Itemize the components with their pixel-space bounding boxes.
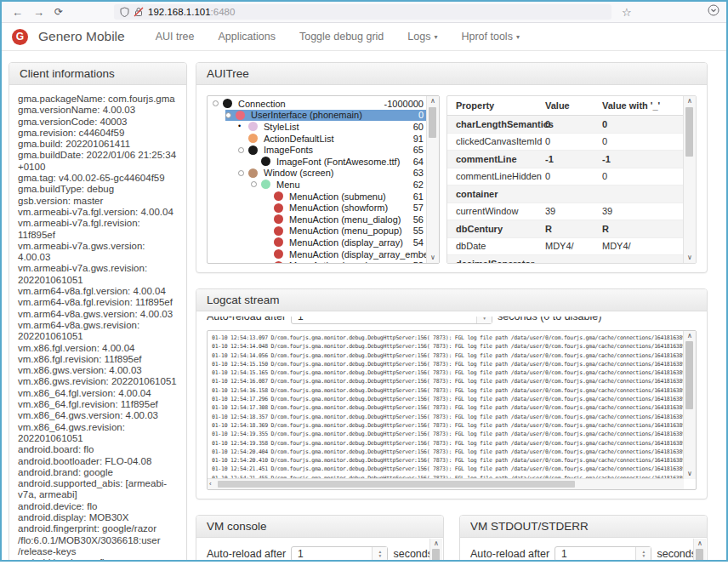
scroll-thumb[interactable]: [429, 107, 436, 138]
scroll-up-icon[interactable]: ∧: [684, 332, 696, 340]
property-scrollbar[interactable]: ∧ ∨: [683, 96, 696, 263]
brand-title[interactable]: Genero Mobile: [38, 29, 125, 44]
scroll-thumb[interactable]: [432, 549, 440, 560]
logcat-vscrollbar[interactable]: ∧ ∨: [683, 331, 696, 479]
property-value: R: [545, 224, 602, 234]
property-row: dbDateMDY4/MDY4/: [447, 238, 684, 256]
client-info-line: vm.arm64-v8a.fgl.revision: 11f895ef: [18, 297, 178, 308]
page-content: Client informations gma.packageName: com…: [2, 50, 726, 560]
client-info-line: vm.armeabi-v7a.fgl.revision: 11f895ef: [18, 218, 178, 241]
nav-item-logs[interactable]: Logs▾: [395, 23, 449, 50]
client-info-line: gma.packageName: com.fourjs.gma: [18, 94, 178, 105]
scroll-left-icon[interactable]: ‹: [209, 479, 212, 488]
node-type-icon: [248, 134, 258, 143]
property-row: decimalSeparator..: [447, 255, 684, 264]
log-line: 01-10 12:54:21.451 D/com.fourjs.gma.moni…: [212, 465, 683, 473]
client-info-line: vm.armeabi-v7a.gws.version: 4.00.03: [18, 241, 178, 264]
property-value: 0: [602, 136, 684, 146]
expand-toggle-icon[interactable]: [225, 112, 231, 118]
expand-toggle-icon[interactable]: [251, 181, 257, 187]
tree-node[interactable]: MenuAction (submenu)61: [208, 191, 427, 203]
tree-node[interactable]: •StyleList60: [208, 121, 427, 133]
log-line: 01-10 12:54:17.308 D/com.fourjs.gma.moni…: [212, 403, 683, 412]
nav-item-aui-tree[interactable]: AUI tree: [144, 23, 207, 50]
scroll-up-icon[interactable]: ∧: [694, 539, 706, 547]
client-info-line: gma.buildType: debug: [18, 184, 178, 195]
autoreload-input[interactable]: 1 ▴▾: [291, 546, 388, 560]
address-bar[interactable]: 192.168.1.101:6480: [114, 4, 611, 20]
shield-icon[interactable]: [120, 7, 129, 17]
client-info-line: vm.x86.gws.version: 4.00.03: [18, 365, 178, 376]
scroll-thumb[interactable]: [696, 549, 703, 560]
spinner-icons[interactable]: ▴▾: [476, 317, 492, 323]
vm-stdout-scrollbar[interactable]: ∧: [693, 539, 706, 560]
tree-node-id: 0: [413, 110, 424, 120]
tree-node[interactable]: MenuAction (menu_dialog)56: [208, 214, 427, 225]
tree-node[interactable]: Window (screen)63: [208, 168, 427, 180]
tree-node-label: StyleList: [264, 122, 299, 132]
expand-toggle-icon[interactable]: [213, 100, 219, 106]
property-value: 0: [545, 119, 602, 129]
nav-item-toggle-debug-grid[interactable]: Toggle debug grid: [287, 23, 395, 50]
app-navbar: G Genero Mobile AUI treeApplicationsTogg…: [2, 23, 726, 51]
forward-icon[interactable]: →: [33, 7, 44, 18]
client-info-line: vm.arm64-v8a.fgl.version: 4.00.04: [18, 286, 178, 297]
scroll-down-icon[interactable]: ∨: [427, 254, 439, 262]
spinner-icons[interactable]: ▴▾: [372, 547, 387, 560]
autoreload-input[interactable]: 1 ▴▾: [291, 317, 492, 324]
tree-node[interactable]: MenuAction (menu_popup)55: [208, 225, 427, 237]
tree-node[interactable]: Menu62: [208, 179, 427, 191]
tree-node[interactable]: ImageFont (FontAwesome.ttf)64: [208, 156, 427, 168]
property-row: commentLineHidden00: [447, 168, 684, 186]
back-icon[interactable]: ←: [12, 7, 23, 18]
scroll-thumb[interactable]: [218, 481, 575, 488]
reload-icon[interactable]: ⟳: [54, 7, 63, 17]
tree-node-label: MenuAction (array): [289, 260, 369, 263]
tree-node[interactable]: ImageFonts65: [208, 144, 427, 156]
scroll-thumb[interactable]: [685, 107, 693, 157]
nav-item-label: Logs: [407, 31, 430, 43]
nav-item-hprof-tools[interactable]: Hprof tools▾: [449, 23, 531, 50]
scroll-down-icon[interactable]: ∨: [684, 470, 696, 478]
log-line: 01-10 12:54:14.048 D/com.fourjs.gma.moni…: [212, 342, 683, 351]
tree-node[interactable]: MenuAction (display_array_embedded)53: [208, 248, 427, 260]
log-lines: 01-10 12:54:13.097 D/com.fourjs.gma.moni…: [212, 334, 683, 478]
nav-item-applications[interactable]: Applications: [207, 23, 287, 50]
logcat-hscrollbar[interactable]: ‹: [208, 478, 684, 489]
client-info-line: gma.versionName: 4.00.03: [18, 105, 178, 116]
tree-node[interactable]: Connection-1000000: [208, 98, 427, 110]
log-line: 01-10 12:54:18.369 D/com.fourjs.gma.moni…: [212, 421, 683, 430]
expand-toggle-icon[interactable]: [238, 170, 244, 176]
expand-toggle-icon[interactable]: [238, 147, 244, 153]
scroll-down-icon[interactable]: ∨: [684, 254, 696, 262]
tree-node-inner: Connection-1000000: [213, 98, 427, 110]
autoreload-input[interactable]: 1 ▴▾: [555, 546, 651, 560]
spinner-icons[interactable]: ▴▾: [635, 547, 651, 560]
tree-node[interactable]: MenuAction (showform)57: [208, 202, 427, 214]
aui-tree-title: AUITree: [196, 63, 707, 85]
scroll-up-icon[interactable]: ∧: [684, 97, 696, 106]
log-line: 01-10 12:54:14.056 D/com.fourjs.gma.moni…: [212, 351, 683, 360]
client-info-line: android.display: MOB30X: [18, 512, 178, 523]
tree-rows: Connection-1000000UserInterface (phonema…: [208, 98, 427, 263]
tree-node-id: 57: [408, 203, 424, 213]
tree-node-label: MenuAction (menu_popup): [289, 225, 402, 236]
scroll-up-icon[interactable]: ∧: [427, 97, 439, 106]
tree-node[interactable]: MenuAction (array)52: [208, 260, 427, 263]
tree-node-inner: MenuAction (display_array_embedded)53: [264, 248, 427, 260]
scroll-up-icon[interactable]: ∧: [430, 539, 442, 547]
pocket-icon[interactable]: [708, 4, 719, 20]
tree-node[interactable]: MenuAction (display_array)54: [208, 237, 427, 248]
scroll-thumb[interactable]: [685, 341, 693, 409]
tree-node[interactable]: ActionDefaultList91: [208, 133, 427, 145]
tree-node-id: 54: [408, 237, 424, 248]
bookmark-star-icon[interactable]: ☆: [622, 7, 632, 18]
insecure-lock-icon[interactable]: [134, 7, 144, 17]
nav-item-label: Toggle debug grid: [299, 31, 384, 43]
vm-console-panel: VM console Auto-reload after 1 ▴▾ second…: [196, 515, 444, 560]
tree-scrollbar[interactable]: ∧ ∨: [426, 96, 439, 263]
vm-console-scrollbar[interactable]: ∧: [429, 539, 442, 560]
client-info-line: vm.x86.fgl.revision: 11f895ef: [18, 354, 178, 365]
node-type-icon: [274, 203, 283, 213]
tree-node[interactable]: UserInterface (phonemain)0: [208, 110, 427, 122]
